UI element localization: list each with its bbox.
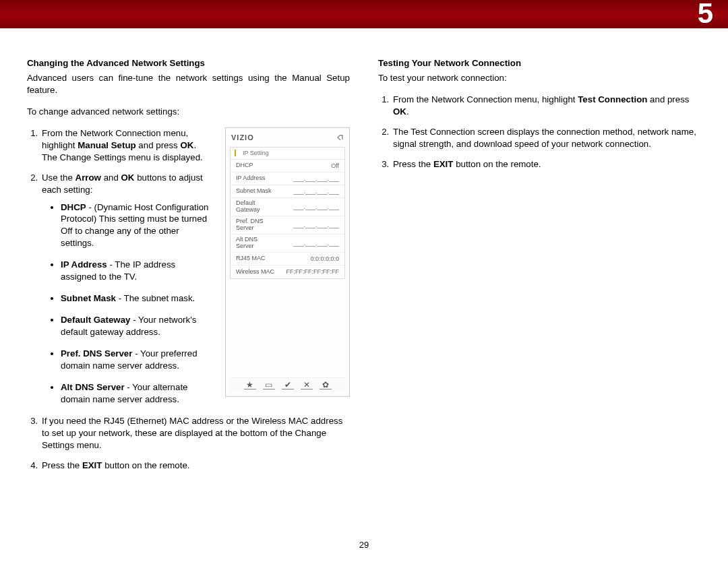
selection-indicator-icon (235, 150, 236, 156)
tv-row-label: Default Gateway (236, 200, 293, 213)
tv-row-label: RJ45 MAC (236, 255, 310, 261)
tv-brand: VIZIO (231, 133, 332, 142)
tv-row-value: ___.___.___.___ (293, 240, 339, 247)
tv-row-altdns: Alt DNS Server ___.___.___.___ (231, 235, 344, 253)
page-number: 29 (0, 540, 728, 550)
tv-row-dhcp: DHCP Off (231, 160, 344, 173)
text: From the Network Connection menu, highli… (393, 94, 578, 104)
text-bold: EXIT (82, 460, 102, 470)
text: Use the (42, 173, 75, 183)
testing-intro: To test your network connection: (378, 72, 701, 84)
tv-row-label: Alt DNS Server (236, 237, 293, 249)
tv-row-label: DHCP (236, 162, 331, 168)
tv-menu: IP Setting DHCP Off IP Address ___.___._… (230, 147, 345, 279)
tv-row-prefdns: Pref. DNS Server ___.___.___.___ (231, 216, 344, 235)
chapter-number: 5 (698, 0, 713, 30)
text: button on the remote. (102, 460, 189, 470)
text: - The subnet mask. (116, 293, 195, 303)
pip-icon: ▭ (263, 381, 275, 389)
text: and press (647, 94, 689, 104)
text: button on the remote. (453, 159, 541, 169)
text: and (101, 173, 121, 183)
text-bold: DHCP (61, 202, 86, 212)
right-column: Testing Your Network Connection To test … (378, 58, 701, 479)
tv-menu-title-row: IP Setting (231, 148, 344, 160)
tv-row-label: Pref. DNS Server (236, 218, 293, 231)
tv-row-value: 0:0:0:0:0:0 (310, 255, 339, 262)
text: . (406, 106, 409, 117)
tv-row-ip: IP Address ___.___.___.___ (231, 173, 344, 185)
text-bold: Manual Setup (78, 140, 135, 150)
text-bold: Subnet Mask (61, 293, 116, 303)
text-bold: Test Connection (578, 94, 647, 104)
step-4: Press the EXIT button on the remote. (40, 460, 350, 472)
tv-screenshot: VIZIO IP Setting DHCP Off IP Ad (225, 127, 350, 397)
tv-row-gateway: Default Gateway ___.___.___.___ (231, 198, 344, 216)
text-bold: OK (180, 140, 193, 150)
tv-row-value: Off (331, 162, 339, 169)
test-step-1: From the Network Connection menu, highli… (392, 94, 701, 118)
text-bold: IP Address (61, 259, 107, 270)
tv-row-value: FF:FF:FF:FF:FF:FF (286, 268, 339, 275)
gear-icon: ✿ (320, 381, 332, 389)
tv-row-value: ___.___.___.___ (293, 188, 339, 195)
text: Press the (393, 159, 433, 169)
text: Press the (42, 460, 82, 470)
back-arrow-icon (336, 133, 344, 142)
tv-row-label: Wireless MAC (236, 269, 286, 275)
tv-row-rj45: RJ45 MAC 0:0:0:0:0:0 (231, 253, 344, 266)
tv-footer: ★ ▭ ✔ ✕ ✿ (230, 377, 345, 392)
section-title-testing: Testing Your Network Connection (378, 58, 701, 68)
text-bold: Default Gateway (61, 315, 130, 325)
tv-row-value: ___.___.___.___ (293, 204, 339, 210)
star-icon: ★ (244, 381, 256, 389)
advanced-intro: Advanced users can fine-tune the network… (27, 72, 350, 96)
text-bold: Alt DNS Server (61, 382, 125, 392)
test-step-2: The Test Connection screen displays the … (392, 126, 701, 150)
left-column: Changing the Advanced Network Settings A… (27, 58, 350, 479)
chapter-header-bar: 5 (0, 0, 728, 28)
text-bold: EXIT (433, 159, 454, 169)
tv-row-subnet: Subnet Mask ___.___.___.___ (231, 185, 344, 198)
tv-spacer (226, 283, 349, 377)
step-3: If you need the RJ45 (Ethernet) MAC addr… (40, 415, 350, 451)
tv-frame: VIZIO IP Setting DHCP Off IP Ad (225, 127, 350, 397)
text: and press (136, 140, 181, 150)
tv-row-value: ___.___.___.___ (293, 175, 339, 182)
v-icon: ✔ (282, 381, 294, 389)
tv-row-label: Subnet Mask (236, 188, 293, 194)
text-bold: Pref. DNS Server (61, 348, 132, 358)
page-body: Changing the Advanced Network Settings A… (0, 28, 728, 479)
close-icon: ✕ (301, 381, 313, 389)
tv-header: VIZIO (226, 128, 349, 147)
tv-row-value: ___.___.___.___ (293, 222, 339, 228)
test-step-3: Press the EXIT button on the remote. (392, 158, 701, 170)
advanced-lead: To change advanced network settings: (27, 106, 350, 118)
tv-row-label: IP Address (236, 175, 293, 181)
text-bold: OK (393, 106, 406, 117)
text-bold: Arrow (75, 173, 101, 183)
tv-menu-title: IP Setting (243, 150, 269, 156)
text-bold: OK (121, 173, 135, 183)
section-title-advanced: Changing the Advanced Network Settings (27, 58, 350, 68)
tv-row-wmac: Wireless MAC FF:FF:FF:FF:FF:FF (231, 266, 344, 278)
